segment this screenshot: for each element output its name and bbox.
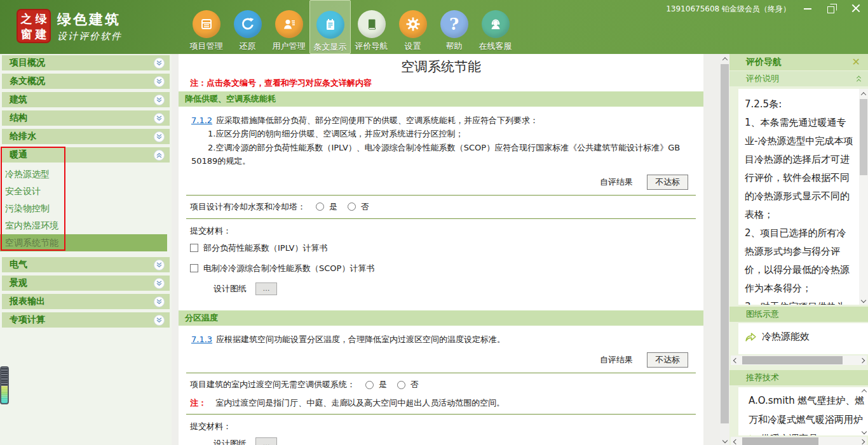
scroll-up-arrow[interactable] bbox=[859, 89, 868, 98]
scrollbar-thumb[interactable] bbox=[721, 64, 729, 423]
tech-link-label: 万和冷凝式燃气暖浴两用炉 bbox=[749, 414, 863, 426]
sidebar-item-safety-design[interactable]: 安全设计 bbox=[0, 183, 172, 200]
maximize-button[interactable] bbox=[827, 4, 836, 13]
restore-icon bbox=[234, 10, 262, 38]
iplv-checkbox[interactable] bbox=[190, 244, 198, 252]
tech-scrollbar[interactable] bbox=[860, 387, 868, 435]
chevron-down-icon[interactable] bbox=[154, 296, 165, 307]
sidebar-item-ac-energy-saving[interactable]: 空调系统节能 bbox=[0, 234, 167, 251]
scroll-up-arrow[interactable] bbox=[720, 54, 729, 63]
clause-7-1-2: 7.1.2应采取措施降低部分负荷、部分空间使用下的供暖、空调系统能耗，并应符合下… bbox=[179, 107, 703, 172]
browse-button[interactable]: … bbox=[255, 282, 277, 295]
self-eval-row: 自评结果 不达标 bbox=[179, 172, 703, 195]
radio-yes[interactable] bbox=[365, 381, 374, 389]
radio-no[interactable] bbox=[397, 381, 405, 389]
toolbar-item-users[interactable]: 用户管理 bbox=[268, 0, 309, 54]
checkbox-label: 部分负荷性能系数（IPLV）计算书 bbox=[203, 242, 327, 254]
drawing-link-cold-heat-efficiency[interactable]: 冷热源能效 bbox=[745, 331, 868, 343]
chevron-down-icon[interactable] bbox=[154, 76, 165, 87]
toolbar-label: 评价导航 bbox=[355, 41, 388, 52]
radio-yes-label: 是 bbox=[329, 201, 337, 213]
panel-bottom-h-scrollbar[interactable] bbox=[731, 437, 867, 445]
drawing-link-label: 冷热源能效 bbox=[762, 331, 810, 343]
toolbar-item-eval-nav[interactable]: 评价导航 bbox=[351, 0, 392, 54]
scroll-left-arrow[interactable] bbox=[731, 437, 740, 445]
sidebar-group-electrical[interactable]: 电气 bbox=[2, 257, 170, 272]
scroll-left-arrow[interactable] bbox=[731, 355, 740, 365]
toolbar-item-help[interactable]: ? 帮助 bbox=[433, 0, 475, 54]
scroll-right-arrow[interactable] bbox=[857, 355, 867, 365]
sidebar-group-project-overview[interactable]: 项目概况 bbox=[2, 55, 170, 70]
toolbar-label: 帮助 bbox=[446, 41, 463, 52]
sidebar-group-landscape[interactable]: 景观 bbox=[2, 276, 170, 291]
toolbar-item-support[interactable]: 在线客服 bbox=[475, 0, 516, 54]
group-label: 条文概况 bbox=[10, 76, 45, 87]
help-question-icon: ? bbox=[440, 10, 468, 38]
sidebar-group-structure[interactable]: 结构 bbox=[2, 110, 170, 126]
chevron-down-icon[interactable] bbox=[154, 315, 165, 326]
project-book-icon bbox=[193, 10, 220, 38]
scrollbar-thumb[interactable] bbox=[742, 356, 843, 364]
chevron-down-icon[interactable] bbox=[154, 113, 165, 124]
panel-h-scrollbar[interactable] bbox=[731, 355, 867, 365]
eval-note-header[interactable]: 评价说明 bbox=[729, 71, 868, 86]
chevron-down-icon[interactable] bbox=[154, 278, 165, 289]
clause-link-712[interactable]: 7.1.2 bbox=[191, 116, 212, 125]
section-header-zone-temp: 分区温度 bbox=[179, 310, 703, 326]
clause-link-713[interactable]: 7.1.3 bbox=[191, 335, 212, 344]
group-label: 结构 bbox=[10, 112, 27, 124]
seal-char: 建 bbox=[34, 27, 48, 41]
scroll-right-arrow[interactable] bbox=[857, 437, 867, 445]
group-label: 电气 bbox=[10, 259, 27, 270]
self-eval-row: 自评结果 不达标 bbox=[179, 350, 703, 373]
collapse-up-icon[interactable] bbox=[857, 76, 860, 82]
chevron-down-icon[interactable] bbox=[154, 95, 165, 105]
tech-link-hvac-products[interactable]: 供暖空调产品 bbox=[743, 429, 858, 435]
radio-no[interactable] bbox=[348, 203, 356, 211]
scop-checkbox[interactable] bbox=[190, 264, 198, 272]
sidebar-item-pollutant-control[interactable]: 污染物控制 bbox=[0, 200, 172, 217]
scrollbar-thumb[interactable] bbox=[742, 437, 818, 445]
chevron-up-icon[interactable] bbox=[154, 150, 165, 161]
radio-no-label: 否 bbox=[410, 379, 419, 390]
sidebar-group-report-output[interactable]: 报表输出 bbox=[2, 294, 170, 309]
drawing-label: 设计图纸 bbox=[214, 283, 247, 295]
toolbar-item-restore[interactable]: 还原 bbox=[227, 0, 268, 54]
scrollbar-thumb[interactable] bbox=[860, 99, 867, 175]
main-toolbar: 项目管理 还原 用户管理 条文显示 评价导航 bbox=[186, 0, 516, 54]
toolbar-item-settings[interactable]: 设置 bbox=[392, 0, 433, 54]
chevron-down-icon[interactable] bbox=[154, 260, 165, 270]
self-eval-result[interactable]: 不达标 bbox=[647, 352, 688, 368]
user-account-info: 13910675608 铂金级会员（终身） bbox=[666, 4, 790, 15]
sidebar-group-special-calc[interactable]: 专项计算 bbox=[2, 312, 170, 328]
group-label: 报表输出 bbox=[10, 296, 45, 307]
toolbar-item-clause-display[interactable]: 条文显示 bbox=[309, 0, 351, 54]
chevron-down-icon[interactable] bbox=[154, 131, 165, 142]
radio-yes[interactable] bbox=[316, 203, 324, 211]
eval-note-content: 7.2.5条: 1、本条需先通过暖通专业-冷热源选型中完成本项目冷热源的选择后才… bbox=[738, 89, 868, 305]
sidebar-group-clause-overview[interactable]: 条文概况 bbox=[2, 74, 170, 89]
tech-link-aosmith[interactable]: A.O.smith 燃气壁挂炉、燃 bbox=[743, 391, 858, 410]
content-scrollbar[interactable] bbox=[720, 54, 729, 445]
scroll-down-arrow[interactable] bbox=[720, 435, 729, 445]
self-eval-result[interactable]: 不达标 bbox=[647, 175, 688, 190]
minimize-button[interactable] bbox=[803, 4, 812, 13]
sidebar-item-indoor-thermal[interactable]: 室内热湿环境 bbox=[0, 217, 172, 234]
chevron-down-icon[interactable] bbox=[154, 58, 165, 69]
sidebar-group-hvac[interactable]: 暖通 bbox=[2, 147, 170, 163]
sidebar-group-plumbing[interactable]: 给排水 bbox=[2, 129, 170, 144]
group-label: 给排水 bbox=[10, 131, 36, 142]
eval-note-scrollbar[interactable] bbox=[859, 89, 868, 305]
close-button[interactable] bbox=[851, 4, 860, 13]
browse-button[interactable]: … bbox=[255, 437, 277, 445]
transition-space-question-row: 项目建筑的室内过渡空间无需空调供暖系统： 是 否 bbox=[179, 373, 703, 396]
sidebar-item-cold-heat-source[interactable]: 冷热源选型 bbox=[0, 166, 172, 183]
seal-char: 绿 bbox=[34, 12, 48, 26]
left-sidebar: 项目概况 条文概况 建筑 结构 给排水 暖通 冷热源选型 安全设计 污染物控制 … bbox=[0, 54, 172, 445]
scroll-down-arrow[interactable] bbox=[859, 295, 868, 305]
toolbar-item-project[interactable]: 项目管理 bbox=[186, 0, 227, 54]
clause-7-1-3: 7.1.3应根据建筑空间功能设置分区温度，合理降低室内过渡区空间的温度设定标准。 bbox=[179, 326, 703, 350]
panel-close-icon[interactable]: ✕ bbox=[852, 57, 860, 67]
tech-link-vanward[interactable]: 万和冷凝式燃气暖浴两用炉 bbox=[743, 410, 858, 429]
sidebar-group-architecture[interactable]: 建筑 bbox=[2, 92, 170, 107]
